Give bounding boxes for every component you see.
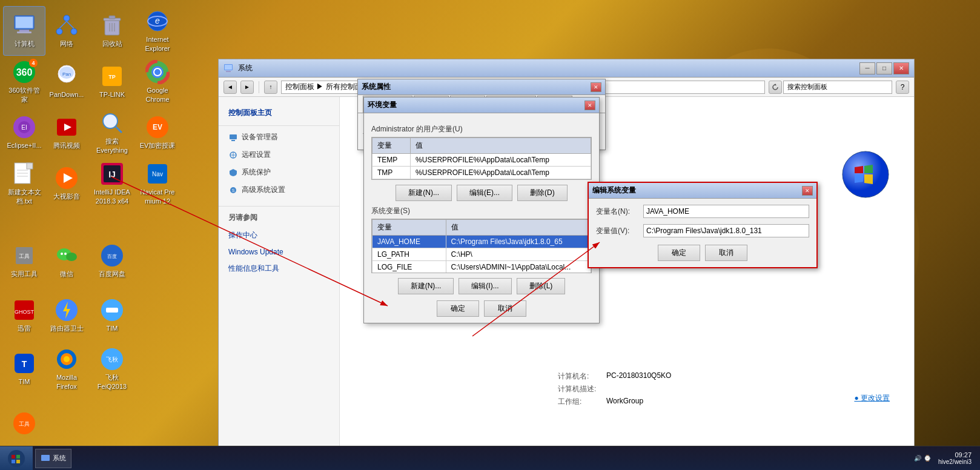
user-delete-button[interactable]: 删除(D) <box>517 185 568 201</box>
sysprop-titlebar: 系统属性 ✕ <box>358 79 605 95</box>
myvideo-icon <box>55 166 79 190</box>
user-var-row-temp[interactable]: TEMP %USERPROFILE%\AppData\Local\Temp <box>372 154 591 167</box>
sys-var-row-logfile[interactable]: LOG_FILE C:\Users\ADMINI~1\AppData\Local… <box>372 261 591 274</box>
refresh-button[interactable] <box>769 81 782 94</box>
sys-new-button[interactable]: 新建(N)... <box>398 278 454 294</box>
back-button[interactable]: ◄ <box>223 81 237 94</box>
search-input[interactable] <box>783 81 892 94</box>
svg-marker-96 <box>12 460 15 463</box>
sys-var-row-javahome[interactable]: JAVA_HOME C:\Program Files\Java\jdk1.8.0… <box>372 236 591 248</box>
var-name-input[interactable] <box>643 205 809 218</box>
desktop-icon-router[interactable]: TIM <box>91 291 133 340</box>
sysprop-title: 系统属性 <box>362 82 591 92</box>
desktop-icon-search[interactable]: 搜索Everything <box>91 108 133 157</box>
tray-icon-1[interactable]: 🔊 <box>914 455 921 462</box>
ie-label: InternetExplorer <box>145 35 170 53</box>
desktop-icon-pandownload[interactable]: Pan PanDown... <box>45 57 88 107</box>
sys-col-var: 变量 <box>372 220 446 236</box>
desktop-icon-recycle[interactable]: 回收站 <box>91 6 133 56</box>
desktop-icon-computer[interactable]: 计算机 <box>3 6 45 56</box>
sidebar-home[interactable]: 控制面板主页 <box>219 103 339 123</box>
sidebar-action-center[interactable]: 操作中心 <box>219 227 339 244</box>
envvar-close[interactable]: ✕ <box>584 101 595 110</box>
desktop-icon-wechat[interactable]: 微信 <box>45 236 88 286</box>
sidebar-perf[interactable]: 性能信息和工具 <box>219 260 339 277</box>
360-label: 360软件管家 <box>5 86 43 104</box>
start-button[interactable] <box>0 446 33 471</box>
sidebar-item-protect[interactable]: 系统保护 <box>219 164 339 181</box>
desktop-icon-notepad[interactable]: 新建文本文档.txt <box>3 159 45 208</box>
change-settings-link[interactable]: ● 更改设置 <box>854 393 890 403</box>
taskbar-item-explorer[interactable]: 系统 <box>35 449 71 468</box>
desktop-icon-chrome[interactable]: GoogleChrome <box>136 57 179 107</box>
desktop-icon-ghost[interactable]: GHOST 迅雷 <box>3 291 45 340</box>
desktop-icon-qqvideo[interactable]: 腾讯视频 <box>45 108 88 157</box>
envvar-cancel-button[interactable]: 取消 <box>484 300 526 317</box>
desktop-icon-navicat[interactable]: Nav Navicat Premium 12 <box>136 159 179 208</box>
sys-vars-header: 系统变量(S) <box>371 206 592 216</box>
extra-icon: 工具 <box>12 411 36 435</box>
desktop-icon-firefox[interactable]: MozillaFirefox <box>45 344 88 394</box>
sidebar-item-remote[interactable]: 远程设置 <box>219 146 339 164</box>
sys-var-row-lgpath[interactable]: LG_PATH C:\HP\ <box>372 248 591 261</box>
desktop-icons-col1: 计算机 360 4 360软件管家 EI Eclipse+II.. <box>3 6 45 208</box>
desktop-icon-360[interactable]: 360 4 360软件管家 <box>3 57 45 107</box>
editvar-titlebar: 编辑系统变量 ✕ <box>589 183 816 199</box>
desktop-icon-idea[interactable]: IJ IntelliJ IDEA 2018.3 x64 <box>91 159 133 208</box>
desktop-icon-eclipse[interactable]: EI Eclipse+II... <box>3 108 45 157</box>
help-button[interactable]: ? <box>896 81 909 94</box>
recycle-label: 回收站 <box>102 39 122 48</box>
ev-icon: EV <box>145 115 170 139</box>
sys-delete-button[interactable]: 删除(L) <box>517 278 566 294</box>
desktop-icon-feiq[interactable]: 飞秋 飞秋FeiQ2013 <box>91 344 133 394</box>
tray-icon-2[interactable]: ⌚ <box>924 455 931 462</box>
sysprop-close[interactable]: ✕ <box>591 82 601 92</box>
desktop-icon-tplink[interactable]: TP TP-LINK <box>91 57 133 107</box>
forward-button[interactable]: ► <box>240 81 254 94</box>
window-controls: ─ □ ✕ <box>859 62 909 74</box>
desktop-icon-tim[interactable]: T TIM <box>3 344 45 394</box>
user-var-row-tmp[interactable]: TMP %USERPROFILE%\AppData\Local\Temp <box>372 167 591 179</box>
notepad-icon <box>12 162 36 186</box>
sidebar-item-device[interactable]: 设备管理器 <box>219 128 339 146</box>
user-vars-table-container[interactable]: 变量 值 TEMP %USERPROFILE%\AppData\Local\Te… <box>371 137 592 180</box>
editvar-close[interactable]: ✕ <box>802 186 813 196</box>
desktop-icon-tool[interactable]: 工具 实用工具 <box>3 236 45 286</box>
col-var-header: 变量 <box>372 138 411 154</box>
envvar-ok-button[interactable]: 确定 <box>437 300 479 317</box>
desktop-icon-ie[interactable]: e InternetExplorer <box>136 6 179 56</box>
computer-icon <box>12 13 36 38</box>
user-edit-button[interactable]: 编辑(E)... <box>457 185 512 201</box>
desktop-icon-baidu[interactable]: 百度 百度网盘 <box>91 236 133 286</box>
editvar-cancel-button[interactable]: 取消 <box>705 245 747 261</box>
sidebar-see-also: 另请参阅 <box>219 209 339 227</box>
tool-label: 实用工具 <box>11 270 38 278</box>
desktop-icon-network[interactable]: 网络 <box>45 6 88 56</box>
maximize-button[interactable]: □ <box>876 62 892 74</box>
up-button[interactable]: ↑ <box>264 81 277 94</box>
desktop-icon-thunder[interactable]: 路由器卫士 <box>45 291 88 340</box>
desktop-icon-ev[interactable]: EV EV加密授课 <box>136 108 179 157</box>
computer-desc-row: 计算机描述: <box>558 384 671 394</box>
svg-point-16 <box>71 28 77 35</box>
close-button[interactable]: ✕ <box>893 62 909 74</box>
ie-icon: e <box>145 9 170 33</box>
network-icon <box>55 13 79 38</box>
var-value-input[interactable] <box>643 224 809 237</box>
user-new-button[interactable]: 新建(N)... <box>396 185 452 201</box>
sidebar-windows-update[interactable]: Windows Update <box>219 244 339 260</box>
sys-edit-button[interactable]: 编辑(I)... <box>459 278 511 294</box>
chrome-label: GoogleChrome <box>145 86 169 104</box>
minimize-button[interactable]: ─ <box>859 62 875 74</box>
sys-vars-table-container[interactable]: 变量 值 JAVA_HOME C:\Program Files\Java\jdk… <box>371 219 592 273</box>
desktop-icon-myvideo[interactable]: 大视影音 <box>45 159 88 208</box>
sidebar-item-advanced[interactable]: S 高级系统设置 <box>219 181 339 199</box>
desktop-icon-extra[interactable]: 工具 <box>3 399 45 448</box>
desktop-icons-col7: 百度 百度网盘 <box>91 236 133 286</box>
editvar-ok-button[interactable]: 确定 <box>658 245 700 261</box>
svg-text:EI: EI <box>21 124 27 131</box>
baidu-label: 百度网盘 <box>99 270 125 278</box>
svg-line-17 <box>59 21 67 28</box>
svg-point-56 <box>64 253 67 255</box>
svg-text:工具: 工具 <box>19 253 30 259</box>
